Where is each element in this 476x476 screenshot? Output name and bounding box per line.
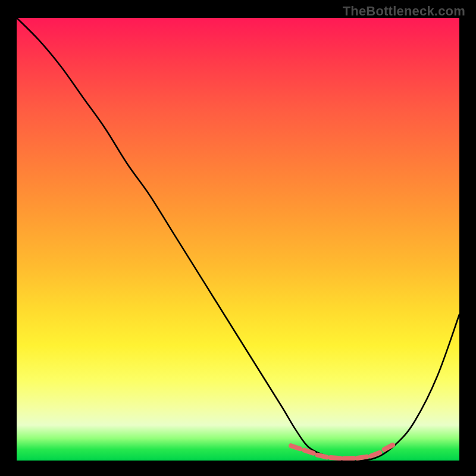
valley-marker — [305, 450, 314, 453]
plot-area — [17, 18, 459, 461]
watermark-text: TheBottleneck.com — [343, 4, 465, 19]
valley-marker — [331, 458, 340, 458]
chart-container: TheBottleneck.com — [0, 0, 476, 476]
valley-marker — [371, 453, 380, 456]
valley-marker — [291, 446, 300, 449]
bottleneck-curve — [17, 18, 459, 461]
curve-layer — [17, 18, 459, 461]
valley-marker — [318, 455, 327, 458]
valley-marker — [357, 457, 367, 458]
